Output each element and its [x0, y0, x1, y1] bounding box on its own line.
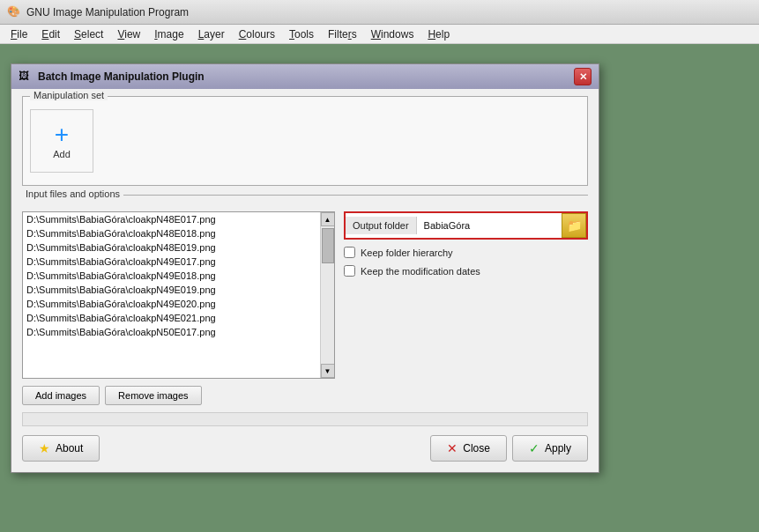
dialog-content: Manipulation set + Add Input files and o… [11, 89, 599, 472]
desktop: 🖼 Batch Image Manipulation Plugin ✕ Mani… [0, 44, 759, 532]
input-section-label: Input files and options [22, 195, 588, 206]
scrollbar-up-arrow[interactable]: ▲ [321, 212, 335, 226]
input-area: D:\Summits\BabiaGóra\cloakpN48E017.png D… [22, 211, 588, 379]
menu-help[interactable]: Help [420, 26, 457, 42]
scrollbar-thumb[interactable] [322, 228, 334, 263]
remove-images-button[interactable]: Remove images [105, 386, 201, 405]
keep-hierarchy-row: Keep folder hierarchy [344, 247, 588, 258]
add-images-button[interactable]: Add images [22, 386, 100, 405]
menu-filters[interactable]: Filters [321, 26, 364, 42]
keep-dates-row: Keep the modification dates [344, 265, 588, 277]
output-folder-label: Output folder [346, 217, 417, 234]
list-item[interactable]: D:\Summits\BabiaGóra\cloakpN48E018.png [23, 226, 320, 240]
apply-button[interactable]: ✓ Apply [512, 435, 588, 462]
menu-select[interactable]: Select [67, 26, 110, 42]
output-folder-browse-button[interactable]: 📁 [562, 213, 586, 238]
browse-folder-icon: 📁 [567, 218, 582, 233]
about-button[interactable]: ★ About [22, 435, 100, 462]
menu-file[interactable]: File [4, 26, 34, 42]
keep-dates-label: Keep the modification dates [361, 266, 480, 277]
dialog-title-text: Batch Image Manipulation Plugin [38, 70, 205, 83]
batch-dialog: 🖼 Batch Image Manipulation Plugin ✕ Mani… [11, 63, 599, 473]
add-button-label: Add [53, 149, 71, 159]
list-item[interactable]: D:\Summits\BabiaGóra\cloakpN49E021.png [23, 311, 320, 325]
star-icon: ★ [39, 441, 50, 455]
footer-left: ★ About [22, 435, 100, 462]
menu-edit[interactable]: Edit [34, 26, 67, 42]
list-item[interactable]: D:\Summits\BabiaGóra\cloakpN50E017.png [23, 325, 320, 339]
apply-check-icon: ✓ [529, 441, 539, 455]
apply-button-label: Apply [545, 442, 571, 454]
footer: ★ About ✕ Close ✓ Apply [22, 435, 588, 462]
menu-tools[interactable]: Tools [282, 26, 321, 42]
menu-colours[interactable]: Colours [232, 26, 282, 42]
os-title-bar: 🎨 GNU Image Manipulation Program [0, 0, 759, 25]
file-list-container: D:\Summits\BabiaGóra\cloakpN48E017.png D… [22, 211, 335, 379]
output-folder-row: Output folder BabiaGóra 📁 [344, 211, 588, 240]
input-section-label-text: Input files and options [22, 188, 123, 199]
output-folder-value[interactable]: BabiaGóra [417, 217, 562, 234]
file-list-scrollbar[interactable]: ▲ ▼ [320, 212, 334, 378]
menu-bar: File Edit Select View Image Layer Colour… [0, 25, 759, 44]
right-options: Output folder BabiaGóra 📁 Keep folder hi… [344, 211, 588, 379]
list-item[interactable]: D:\Summits\BabiaGóra\cloakpN48E017.png [23, 212, 320, 226]
menu-windows[interactable]: Windows [364, 26, 421, 42]
file-action-buttons: Add images Remove images [22, 386, 588, 405]
manipulation-set-label: Manipulation set [30, 90, 108, 100]
dialog-close-button[interactable]: ✕ [574, 68, 592, 85]
keep-dates-checkbox[interactable] [344, 265, 355, 277]
list-item[interactable]: D:\Summits\BabiaGóra\cloakpN49E017.png [23, 255, 320, 269]
dialog-title-icon: 🖼 [19, 70, 33, 84]
progress-bar [22, 412, 588, 426]
menu-layer[interactable]: Layer [191, 26, 232, 42]
scrollbar-down-arrow[interactable]: ▼ [321, 364, 335, 378]
manipulation-set-area: + Add [23, 97, 587, 185]
list-item[interactable]: D:\Summits\BabiaGóra\cloakpN49E020.png [23, 297, 320, 311]
os-title-text: GNU Image Manipulation Program [26, 6, 189, 18]
manipulation-set-group: Manipulation set + Add [22, 96, 588, 186]
footer-right: ✕ Close ✓ Apply [430, 435, 588, 462]
scrollbar-track [321, 226, 334, 364]
close-x-icon: ✕ [447, 441, 458, 455]
file-list: D:\Summits\BabiaGóra\cloakpN48E017.png D… [23, 212, 320, 378]
close-button-label: Close [463, 442, 490, 454]
menu-view[interactable]: View [110, 26, 147, 42]
add-plus-icon: + [55, 122, 69, 147]
dialog-title-bar: 🖼 Batch Image Manipulation Plugin ✕ [11, 64, 599, 89]
list-item[interactable]: D:\Summits\BabiaGóra\cloakpN49E018.png [23, 269, 320, 283]
menu-image[interactable]: Image [147, 26, 190, 42]
os-icon: 🎨 [7, 5, 21, 19]
keep-hierarchy-label: Keep folder hierarchy [361, 248, 453, 258]
add-manipulation-button[interactable]: + Add [30, 109, 93, 173]
close-button[interactable]: ✕ Close [430, 435, 507, 462]
about-button-label: About [56, 442, 83, 454]
keep-hierarchy-checkbox[interactable] [344, 247, 355, 258]
dialog-title-left: 🖼 Batch Image Manipulation Plugin [19, 70, 205, 84]
list-item[interactable]: D:\Summits\BabiaGóra\cloakpN48E019.png [23, 240, 320, 255]
list-item[interactable]: D:\Summits\BabiaGóra\cloakpN49E019.png [23, 283, 320, 297]
